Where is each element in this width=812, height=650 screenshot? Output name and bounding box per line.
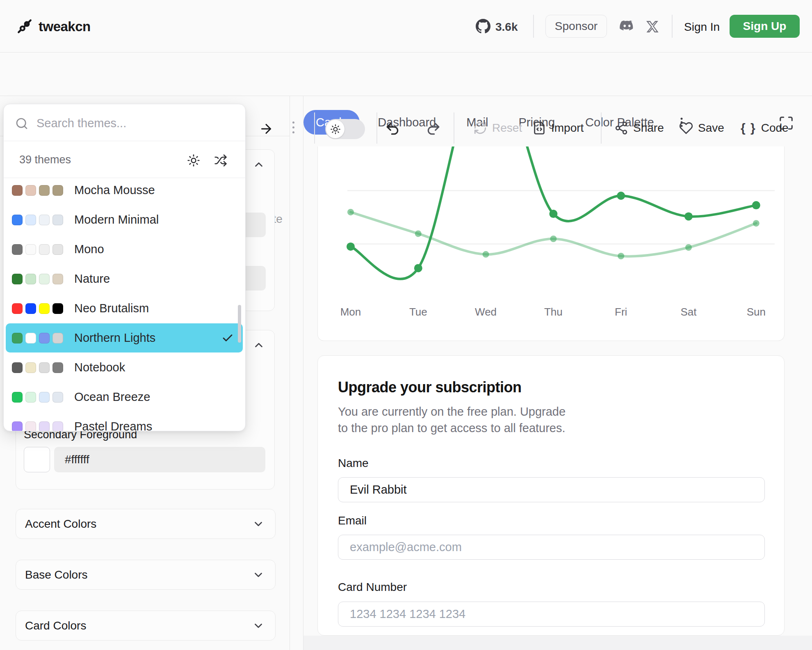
chevron-up-icon[interactable] bbox=[253, 158, 265, 171]
accent-colors-label: Accent Colors bbox=[25, 517, 96, 531]
theme-option-northern-lights[interactable]: Northern Lights bbox=[6, 323, 243, 352]
theme-option-label: Modern Minimal bbox=[74, 213, 159, 227]
theme-color-swatch bbox=[12, 392, 23, 403]
x-axis-label: Thu bbox=[535, 306, 572, 318]
sign-in-link[interactable]: Sign In bbox=[684, 21, 720, 34]
email-field[interactable]: example@acme.com bbox=[338, 535, 765, 560]
theme-option-label: Notebook bbox=[74, 361, 125, 374]
theme-color-swatch bbox=[52, 362, 63, 373]
editor-toolbar: Northern Lights Reset Import bbox=[0, 53, 812, 96]
chevron-down-icon bbox=[252, 518, 265, 530]
x-twitter-icon[interactable] bbox=[645, 20, 659, 34]
braces-icon: { } bbox=[741, 121, 756, 135]
sponsor-button[interactable]: Sponsor bbox=[545, 15, 607, 38]
app-header: tweakcn 3.6k Sponsor Sign In Sign Up bbox=[0, 0, 812, 53]
reset-button[interactable]: Reset bbox=[473, 121, 522, 135]
github-icon[interactable] bbox=[476, 19, 490, 34]
theme-option-pastel-dreams[interactable]: Pastel Dreams bbox=[6, 412, 243, 431]
x-axis-label: Fri bbox=[602, 306, 639, 318]
chevron-up-icon[interactable] bbox=[253, 339, 265, 351]
theme-color-swatch bbox=[39, 303, 50, 314]
theme-option-ocean-breeze[interactable]: Ocean Breeze bbox=[6, 382, 243, 412]
theme-color-swatch bbox=[12, 215, 23, 225]
random-theme-shuffle-icon[interactable] bbox=[214, 154, 227, 167]
theme-color-swatch bbox=[12, 333, 23, 343]
accent-colors-section[interactable]: Accent Colors bbox=[16, 509, 276, 539]
theme-color-swatch bbox=[12, 303, 23, 314]
theme-color-swatch bbox=[12, 421, 23, 432]
search-themes-input[interactable]: Search themes... bbox=[36, 117, 126, 130]
base-colors-label: Base Colors bbox=[25, 568, 88, 581]
secondary-foreground-color-swatch[interactable] bbox=[24, 447, 50, 472]
theme-option-label: Ocean Breeze bbox=[74, 390, 150, 404]
import-button[interactable]: Import bbox=[532, 121, 584, 135]
theme-color-swatch bbox=[52, 392, 63, 403]
share-button[interactable]: Share bbox=[614, 121, 664, 135]
theme-color-swatch bbox=[25, 274, 36, 284]
toolbar-divider bbox=[454, 112, 454, 144]
upgrade-card-description: You are currently on the free plan. Upgr… bbox=[338, 405, 566, 419]
secondary-foreground-hex-input[interactable]: #ffffff bbox=[54, 447, 265, 472]
name-field[interactable]: Evil Rabbit bbox=[338, 477, 765, 502]
discord-icon[interactable] bbox=[618, 20, 636, 34]
theme-color-swatch bbox=[39, 185, 50, 196]
upgrade-card-description: to the pro plan to get access to all fea… bbox=[338, 421, 566, 435]
check-icon bbox=[221, 332, 234, 344]
card-number-field[interactable]: 1234 1234 1234 1234 bbox=[338, 602, 765, 627]
theme-color-swatch bbox=[52, 421, 63, 432]
light-dark-mode-toggle[interactable] bbox=[325, 119, 365, 139]
code-button[interactable]: { } Code bbox=[741, 121, 789, 135]
theme-option-modern-minimal[interactable]: Modern Minimal bbox=[6, 205, 243, 234]
card-number-label: Card Number bbox=[338, 581, 407, 594]
theme-color-swatch bbox=[52, 303, 63, 314]
panel-resize-handle[interactable] bbox=[290, 121, 297, 133]
theme-color-swatch bbox=[25, 215, 36, 225]
chart-card: MonTueWedThuFriSatSun bbox=[317, 146, 785, 341]
theme-color-swatch bbox=[52, 244, 63, 255]
chevron-down-icon bbox=[252, 620, 265, 632]
refresh-icon bbox=[473, 121, 487, 135]
theme-option-nature[interactable]: Nature bbox=[6, 264, 243, 293]
theme-color-swatch bbox=[25, 362, 36, 373]
theme-color-swatch bbox=[39, 392, 50, 403]
theme-color-swatch bbox=[52, 185, 63, 196]
next-theme-arrow-icon[interactable] bbox=[259, 121, 274, 136]
undo-icon[interactable] bbox=[385, 121, 400, 137]
chevron-down-icon bbox=[252, 569, 265, 581]
code-label: Code bbox=[761, 121, 789, 135]
theme-option-neo-brutalism[interactable]: Neo Brutalism bbox=[6, 294, 243, 323]
theme-option-label: Neo Brutalism bbox=[74, 302, 149, 315]
email-label: Email bbox=[338, 514, 367, 527]
redo-icon[interactable] bbox=[426, 121, 441, 137]
dropdown-divider bbox=[4, 141, 246, 141]
base-colors-section[interactable]: Base Colors bbox=[16, 560, 276, 590]
file-code-icon bbox=[532, 121, 546, 135]
x-axis-label: Sat bbox=[670, 306, 707, 318]
scrollbar-thumb[interactable] bbox=[238, 305, 241, 343]
search-icon bbox=[15, 117, 28, 130]
upgrade-subscription-card: Upgrade your subscription You are curren… bbox=[317, 355, 785, 636]
save-button[interactable]: Save bbox=[679, 121, 724, 135]
theme-color-swatch bbox=[25, 421, 36, 432]
theme-color-swatch bbox=[39, 421, 50, 432]
theme-color-swatch bbox=[12, 185, 23, 196]
light-mode-filter-icon[interactable] bbox=[187, 154, 200, 167]
preview-panel-border bbox=[303, 96, 303, 650]
name-label: Name bbox=[338, 457, 369, 470]
theme-color-swatch bbox=[25, 333, 36, 343]
share-icon bbox=[614, 121, 628, 135]
theme-option-label: Mono bbox=[74, 243, 104, 256]
sign-up-button[interactable]: Sign Up bbox=[730, 15, 800, 38]
x-axis-label: Wed bbox=[468, 306, 504, 318]
theme-option-notebook[interactable]: Notebook bbox=[6, 353, 243, 382]
theme-count-label: 39 themes bbox=[19, 153, 71, 166]
theme-option-label: Northern Lights bbox=[74, 331, 155, 345]
theme-option-label: Nature bbox=[74, 272, 110, 286]
theme-color-swatch bbox=[39, 215, 50, 225]
import-label: Import bbox=[551, 121, 584, 135]
card-colors-section[interactable]: Card Colors bbox=[16, 611, 276, 641]
theme-option-mono[interactable]: Mono bbox=[6, 235, 243, 264]
theme-option-mocha-mousse[interactable]: Mocha Mousse bbox=[6, 176, 243, 205]
brand-name[interactable]: tweakcn bbox=[39, 19, 91, 34]
theme-option-label: Pastel Dreams bbox=[74, 420, 152, 431]
